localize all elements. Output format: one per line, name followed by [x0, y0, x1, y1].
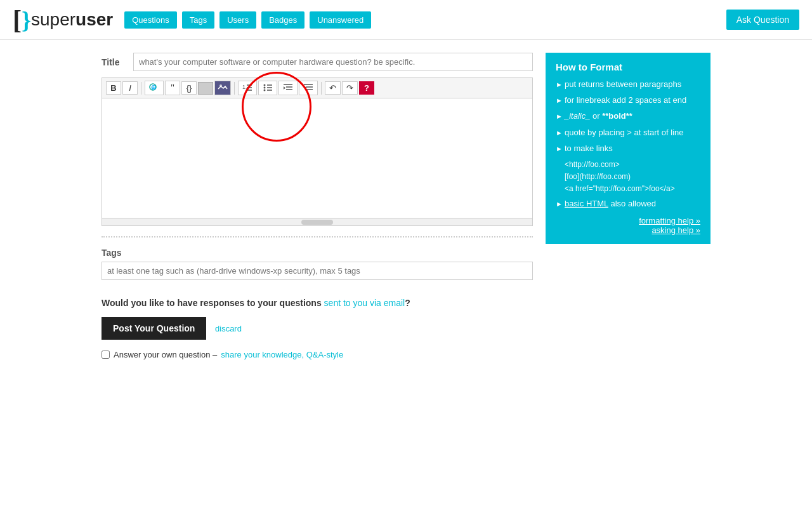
outdent-icon [303, 83, 313, 91]
toolbar-indent[interactable] [278, 81, 298, 95]
svg-point-10 [264, 90, 266, 91]
email-question-end: ? [405, 298, 410, 308]
logo-text: superuser [31, 10, 113, 30]
toolbar-ol[interactable]: 1. [238, 81, 257, 95]
nav-questions[interactable]: Questions [124, 11, 177, 29]
discard-link[interactable]: discard [215, 324, 242, 333]
post-question-button[interactable]: Post Your Question [102, 317, 206, 340]
title-label: Title [102, 57, 127, 67]
submit-row: Post Your Question discard [102, 317, 533, 340]
toolbar-ul[interactable] [258, 81, 277, 95]
tip-6: basic HTML also allowed [556, 198, 700, 210]
indent-icon [283, 83, 293, 91]
toolbar-sep-1 [141, 82, 141, 95]
tip-6-suffix: also allowed [610, 199, 656, 208]
format-tips-list: put returns between paragraphs for lineb… [556, 79, 700, 154]
asking-help-link[interactable]: asking help » [556, 225, 700, 235]
nav-badges[interactable]: Badges [261, 11, 304, 29]
editor-toolbar: B I 🌐 " {} [102, 78, 532, 98]
section-separator [102, 236, 533, 237]
svg-point-9 [264, 87, 266, 89]
logo-bold: user [75, 10, 113, 29]
tags-section: Tags [102, 248, 533, 280]
nav-unanswered[interactable]: Unanswered [310, 11, 371, 29]
toolbar-help[interactable]: ? [359, 81, 374, 95]
sidebar: How to Format put returns between paragr… [546, 53, 710, 359]
toolbar-undo[interactable]: ↶ [325, 81, 341, 95]
link-ex-3: <a href="http://foo.com">foo</a> [565, 183, 700, 195]
svg-text:🌐: 🌐 [151, 84, 157, 90]
email-question: Would you like to have responses to your… [102, 298, 533, 308]
answer-own-link[interactable]: share your knowledge, Q&A-style [221, 350, 343, 359]
logo-regular: super [31, 10, 75, 29]
editor-textarea[interactable] [102, 98, 532, 216]
editor-scrollbar [102, 218, 532, 225]
toolbar-image[interactable] [214, 81, 231, 95]
ul-icon [263, 83, 273, 91]
scrollbar-thumb [301, 220, 333, 225]
format-links: formatting help » asking help » [556, 216, 700, 235]
toolbar-sep-3 [321, 82, 322, 95]
editor-container: B I 🌐 " {} [102, 77, 533, 226]
nav-tags[interactable]: Tags [182, 11, 214, 29]
nav-users[interactable]: Users [219, 11, 256, 29]
email-question-text: Would you like to have responses to your… [102, 298, 324, 308]
tags-label: Tags [102, 248, 533, 258]
answer-own-checkbox[interactable] [102, 351, 110, 359]
how-to-format-box: How to Format put returns between paragr… [546, 53, 710, 244]
tip-5: to make links [556, 143, 700, 154]
toolbar-outdent[interactable] [299, 81, 318, 95]
toolbar-sep-2 [234, 82, 235, 95]
toolbar-italic[interactable]: I [122, 81, 138, 95]
main-content: Title B I 🌐 " {} [0, 40, 812, 372]
toolbar-bold[interactable]: B [106, 81, 121, 95]
link-ex-2: [foo](http://foo.com) [565, 171, 700, 183]
how-to-format-title: How to Format [556, 62, 700, 72]
answer-own-row: Answer your own question – share your kn… [102, 350, 533, 359]
ask-question-button[interactable]: Ask Question [726, 10, 799, 30]
logo-bracket: [} [13, 6, 31, 33]
tip-4: quote by placing > at start of line [556, 127, 700, 138]
basic-html-link[interactable]: basic HTML [565, 199, 608, 208]
link-ex-1: <http://foo.com> [565, 159, 700, 171]
title-row: Title [102, 53, 533, 71]
form-area: Title B I 🌐 " {} [102, 53, 533, 359]
toolbar-blockquote[interactable]: " [165, 81, 180, 95]
tags-input[interactable] [102, 262, 533, 280]
links-example: <http://foo.com> [foo](http://foo.com) <… [556, 159, 700, 196]
email-link[interactable]: sent to you via email [324, 298, 405, 308]
toolbar-link[interactable]: 🌐 [145, 81, 164, 95]
logo: [} superuser [13, 6, 113, 33]
format-tips-list-2: basic HTML also allowed [556, 198, 700, 210]
link-icon: 🌐 [149, 83, 159, 91]
toolbar-code[interactable]: {} [181, 81, 197, 95]
toolbar-hr[interactable] [198, 82, 213, 95]
toolbar-redo[interactable]: ↷ [342, 81, 358, 95]
answer-own-text: Answer your own question – [114, 350, 217, 359]
formatting-help-link[interactable]: formatting help » [556, 216, 700, 225]
svg-text:1.: 1. [242, 84, 247, 90]
ol-icon: 1. [242, 83, 252, 91]
tip-1: put returns between paragraphs [556, 79, 700, 90]
title-input[interactable] [133, 53, 533, 71]
tip-2: for linebreak add 2 spaces at end [556, 95, 700, 106]
svg-point-8 [264, 84, 266, 86]
header: [} superuser Questions Tags Users Badges… [0, 0, 812, 40]
tip-3: _italic_ or **bold** [556, 110, 700, 122]
image-icon [218, 83, 228, 91]
